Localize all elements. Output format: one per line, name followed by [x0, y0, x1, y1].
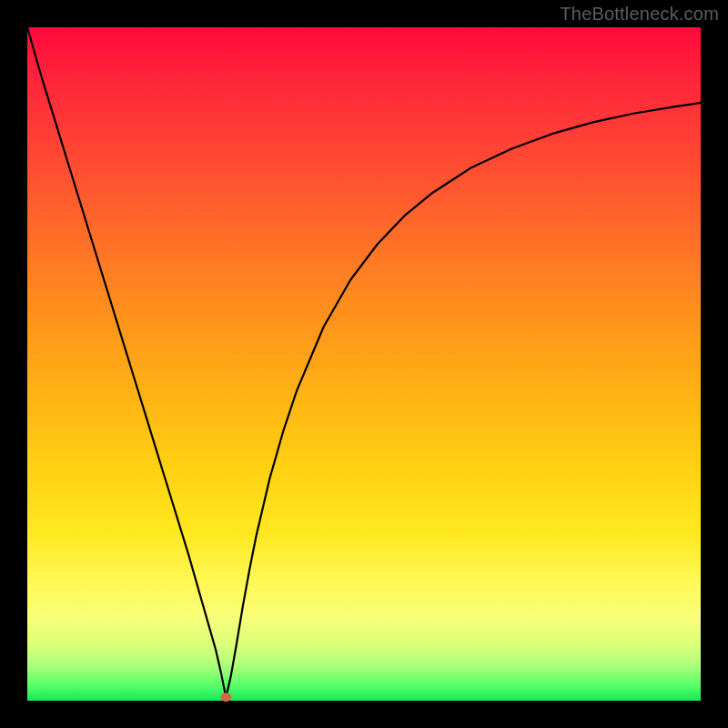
chart-frame: TheBottleneck.com — [0, 0, 728, 728]
curve-svg — [27, 27, 701, 701]
plot-area — [27, 27, 701, 701]
minimum-marker — [220, 693, 231, 702]
bottleneck-curve — [27, 27, 701, 697]
watermark-text: TheBottleneck.com — [560, 4, 719, 25]
